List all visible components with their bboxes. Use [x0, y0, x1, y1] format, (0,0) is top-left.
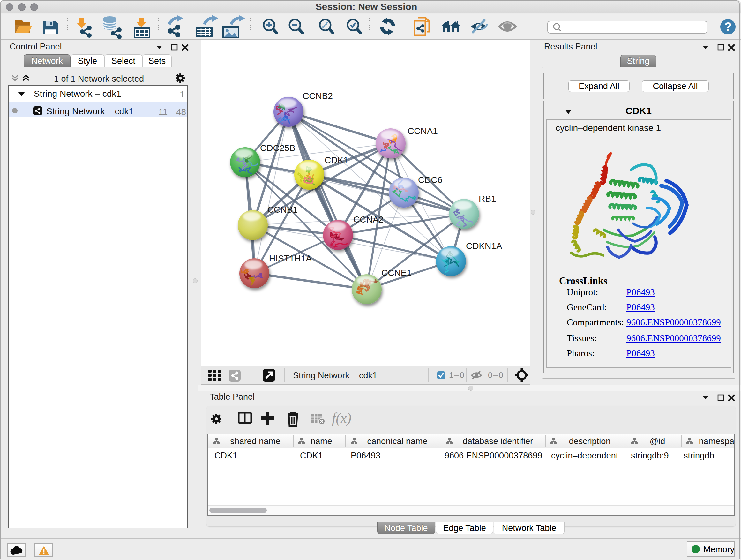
svg-text:?: ? [724, 20, 731, 34]
svg-text:canonical name: canonical name [367, 436, 427, 446]
svg-text:description: description [569, 436, 611, 446]
svg-text:0 – 0: 0 – 0 [488, 371, 503, 380]
svg-text:CDK1: CDK1 [325, 155, 348, 165]
svg-text:CCNB2: CCNB2 [302, 91, 333, 101]
svg-text:HIST1H1A: HIST1H1A [269, 253, 312, 263]
svg-text:String Network – cdk1: String Network – cdk1 [293, 371, 377, 380]
svg-text:shared name: shared name [230, 436, 280, 446]
svg-text:CDC25B: CDC25B [260, 143, 295, 153]
svg-text:@id: @id [650, 436, 665, 446]
svg-text:CDKN1A: CDKN1A [466, 241, 502, 251]
svg-text:namespac: namespac [699, 436, 734, 446]
svg-text:CCNA2: CCNA2 [353, 214, 384, 225]
svg-text:1 – 0: 1 – 0 [449, 371, 464, 380]
svg-text:CCNB1: CCNB1 [267, 205, 298, 214]
svg-text:RB1: RB1 [479, 194, 496, 204]
svg-text:CCNA1: CCNA1 [408, 126, 438, 136]
svg-text:CDC6: CDC6 [418, 175, 442, 185]
svg-text:f(x): f(x) [332, 410, 351, 426]
svg-text:database identifier: database identifier [463, 436, 533, 446]
svg-text:name: name [311, 436, 332, 446]
svg-text:CCNE1: CCNE1 [381, 268, 412, 278]
